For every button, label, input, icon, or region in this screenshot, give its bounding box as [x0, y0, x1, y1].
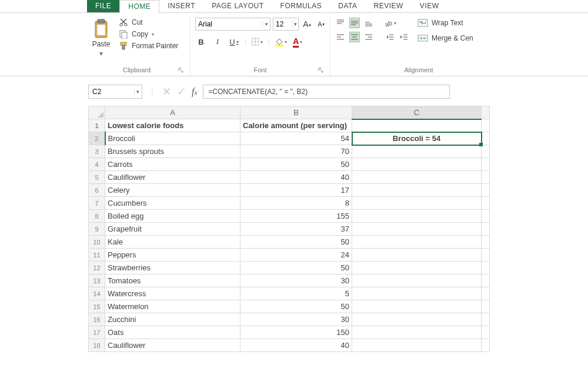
chevron-down-icon[interactable]: ▾ [262, 21, 270, 27]
cell[interactable] [352, 326, 482, 339]
row-header[interactable]: 5 [89, 171, 105, 184]
cell[interactable] [482, 145, 490, 158]
cell[interactable] [352, 274, 482, 287]
cell[interactable]: Grapefruit [105, 223, 240, 236]
col-header-extra[interactable] [482, 106, 490, 119]
row-header[interactable]: 7 [89, 197, 105, 210]
cell[interactable]: Peppers [105, 249, 240, 262]
cell[interactable] [352, 184, 482, 197]
cell[interactable]: Broccoli [105, 132, 240, 145]
col-header-C[interactable]: C [352, 106, 482, 119]
paste-button[interactable]: Paste ▾ [88, 16, 114, 58]
cell[interactable] [482, 236, 490, 249]
dialog-launcher-icon[interactable] [318, 68, 324, 73]
cell[interactable]: Brussels sprouts [105, 145, 240, 158]
cell[interactable] [352, 119, 482, 132]
enter-formula-button[interactable]: ✓ [177, 85, 186, 98]
tab-formulas[interactable]: FORMULAS [272, 0, 330, 12]
cell[interactable]: 50 [240, 262, 352, 274]
cell[interactable] [482, 210, 490, 223]
cell[interactable] [482, 158, 490, 171]
cell[interactable]: Lowest calorie foods [105, 119, 240, 132]
cell[interactable] [352, 236, 482, 249]
row-header[interactable]: 18 [89, 339, 105, 352]
fill-color-button[interactable] [274, 35, 287, 48]
align-bottom-button[interactable] [363, 18, 374, 28]
cancel-formula-button[interactable]: ✕ [162, 85, 171, 98]
tab-page-layout[interactable]: PAGE LAYOUT [203, 0, 272, 12]
name-box[interactable]: ▾ [88, 85, 142, 99]
cell[interactable]: 37 [240, 223, 352, 236]
cell[interactable]: 54 [240, 132, 352, 145]
row-header[interactable]: 6 [89, 184, 105, 197]
align-right-button[interactable] [363, 32, 374, 42]
row-header[interactable]: 10 [89, 236, 105, 249]
orientation-button[interactable]: ab [385, 18, 396, 28]
cell[interactable]: 50 [240, 158, 352, 171]
align-left-button[interactable] [335, 32, 346, 42]
cell[interactable] [352, 339, 482, 352]
cell[interactable]: 30 [240, 313, 352, 326]
align-center-button[interactable] [349, 32, 360, 42]
cell[interactable]: 5 [240, 287, 352, 300]
cell[interactable] [482, 300, 490, 313]
insert-function-button[interactable]: fx [192, 86, 197, 97]
borders-button[interactable] [251, 35, 263, 48]
row-header[interactable]: 4 [89, 158, 105, 171]
decrease-indent-button[interactable] [385, 32, 395, 42]
row-header[interactable]: 14 [89, 287, 105, 300]
font-name-input[interactable] [196, 20, 262, 28]
formula-input[interactable]: =CONCATENATE(A2, " = ", B2) [203, 85, 450, 99]
row-header[interactable]: 2 [89, 132, 105, 145]
cell[interactable]: Oats [105, 326, 240, 339]
cell[interactable] [482, 274, 490, 287]
font-name-combo[interactable]: ▾ [195, 18, 270, 31]
cell[interactable]: Zucchini [105, 313, 240, 326]
row-header[interactable]: 12 [89, 262, 105, 274]
align-top-button[interactable] [335, 18, 346, 28]
tab-insert[interactable]: INSERT [159, 0, 203, 12]
wrap-text-button[interactable]: ab Wrap Text [417, 18, 473, 28]
copy-button[interactable]: Copy ▾ [119, 29, 178, 39]
row-header[interactable]: 16 [89, 313, 105, 326]
cell[interactable] [352, 287, 482, 300]
cell[interactable] [352, 249, 482, 262]
cell[interactable] [352, 313, 482, 326]
tab-file[interactable]: FILE [87, 0, 119, 12]
cell[interactable]: 155 [240, 210, 352, 223]
cell[interactable] [482, 262, 490, 274]
cell[interactable]: Strawberries [105, 262, 240, 274]
format-painter-button[interactable]: Format Painter [119, 41, 178, 51]
tab-review[interactable]: REVIEW [365, 0, 411, 12]
cell[interactable] [482, 339, 490, 352]
cell[interactable]: 8 [240, 197, 352, 210]
cell[interactable] [482, 197, 490, 210]
row-header[interactable]: 8 [89, 210, 105, 223]
cut-button[interactable]: Cut [119, 18, 178, 27]
italic-button[interactable]: I [212, 35, 223, 48]
chevron-down-icon[interactable]: ▾ [134, 89, 142, 95]
row-header[interactable]: 9 [89, 223, 105, 236]
cell[interactable]: 50 [240, 236, 352, 249]
cell[interactable]: Watercress [105, 287, 240, 300]
cell[interactable]: Kale [105, 236, 240, 249]
tab-home[interactable]: HOME [119, 0, 159, 13]
cell[interactable]: Cauliflower [105, 171, 240, 184]
cell[interactable]: 50 [240, 300, 352, 313]
row-header[interactable]: 11 [89, 249, 105, 262]
cell[interactable] [352, 210, 482, 223]
cell[interactable] [482, 287, 490, 300]
cell[interactable]: Boiled egg [105, 210, 240, 223]
cell[interactable]: 150 [240, 326, 352, 339]
cell[interactable]: Celery [105, 184, 240, 197]
cell[interactable]: 40 [240, 171, 352, 184]
select-all-corner[interactable] [89, 106, 105, 119]
row-header[interactable]: 3 [89, 145, 105, 158]
dialog-launcher-icon[interactable] [178, 68, 184, 73]
merge-center-button[interactable]: Merge & Cen [417, 33, 473, 43]
row-header[interactable]: 13 [89, 274, 105, 287]
cell[interactable] [482, 119, 490, 132]
cell[interactable] [352, 223, 482, 236]
cell[interactable]: Cucumbers [105, 197, 240, 210]
name-box-input[interactable] [89, 88, 134, 96]
